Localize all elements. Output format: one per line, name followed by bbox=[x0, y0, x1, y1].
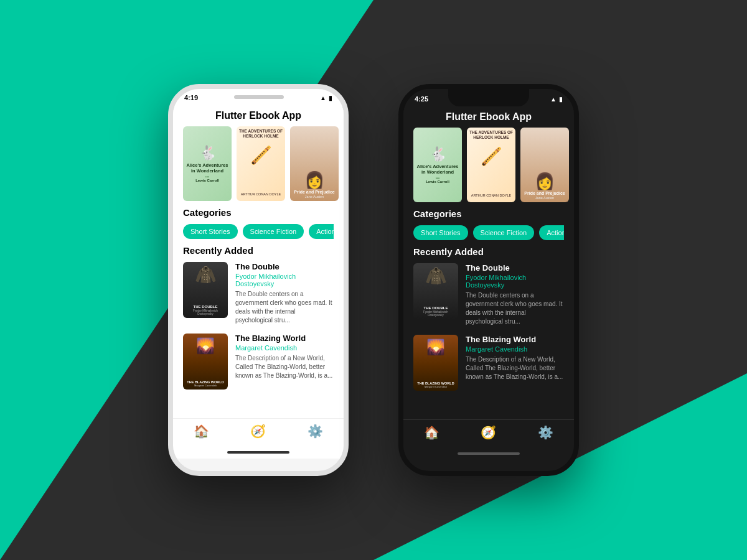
pipe-icon-light: 🪈 bbox=[250, 145, 272, 166]
status-icons-light: ▲ ▮ bbox=[320, 95, 332, 101]
wifi-icon-dark: ▲ bbox=[550, 96, 557, 103]
holmes-title-light: THE ADVENTURES OF HERLOCK HOLME bbox=[238, 129, 284, 139]
pride-title-dark: Pride and Prejudice bbox=[524, 191, 565, 196]
book-item-blazing-dark[interactable]: 🌄 THE BLAZING WORLD Margaret Cavendish T… bbox=[413, 335, 564, 391]
blazing-cover-author-dark: Margaret Cavendish bbox=[425, 385, 447, 388]
nav-explore-dark[interactable]: 🧭 bbox=[481, 425, 496, 440]
categories-list-light: Short Stories Science Fiction Action & A… bbox=[183, 224, 334, 239]
bottom-nav-dark: 🏠 🧭 ⚙️ bbox=[403, 419, 574, 447]
blazing-cover-title-dark: THE BLAZING WORLD bbox=[417, 381, 454, 385]
double-cover-author: Fyodor Mikhailovich Dostoyevsky bbox=[186, 309, 225, 315]
nav-settings-dark[interactable]: ⚙️ bbox=[538, 425, 553, 440]
blazing-author-light: Margaret Cavendish bbox=[235, 344, 334, 352]
blazing-title-dark: The Blazing World bbox=[466, 335, 564, 344]
categories-section-light: Categories Short Stories Science Fiction… bbox=[173, 207, 344, 245]
phone-content-light: Flutter Ebook App 🐇 Alice's Adventures i… bbox=[173, 104, 344, 459]
blazing-cover-author: Margaret Cavendish bbox=[194, 384, 217, 387]
book-card-pride-light[interactable]: 👩 Pride and Prejudice Jane Austen bbox=[290, 126, 339, 201]
book-item-double-dark[interactable]: 🧥 THE DOUBLE Fyodor Mikhailovich Dostoye… bbox=[413, 263, 564, 326]
top-pill bbox=[234, 95, 284, 99]
holmes-author-dark: ARTHUR CONAN DOYLE bbox=[471, 194, 511, 200]
book-thumb-blazing-light: 🌄 THE BLAZING WORLD Margaret Cavendish bbox=[183, 334, 228, 390]
pride-author-dark: Jane Austen bbox=[535, 196, 554, 200]
book-thumb-double-light: 🧥 THE DOUBLE Fyodor Mikhailovich Dostoye… bbox=[183, 262, 228, 318]
notch-dark bbox=[448, 89, 529, 106]
blazing-scene-icon-dark: 🌄 bbox=[426, 338, 445, 356]
double-cover-title: THE DOUBLE bbox=[194, 305, 218, 309]
nav-settings-light[interactable]: ⚙️ bbox=[308, 424, 323, 439]
battery-icon: ▮ bbox=[329, 95, 332, 101]
double-title-dark: The Double bbox=[466, 263, 564, 273]
recently-added-section-dark: Recently Added 🧥 THE DOUBLE Fyodor Mikha… bbox=[403, 246, 574, 406]
blazing-title-light: The Blazing World bbox=[235, 334, 334, 343]
home-indicator-bar-light bbox=[227, 451, 289, 454]
double-author-dark: Fyodor Mikhailovich Dostoyevsky bbox=[466, 274, 564, 289]
blazing-desc-light: The Description of a New World, Called T… bbox=[235, 354, 334, 380]
scroll-content-dark[interactable]: Categories Short Stories Science Fiction… bbox=[403, 208, 574, 419]
category-short-stories-dark[interactable]: Short Stories bbox=[413, 225, 468, 240]
book-card-alice-dark[interactable]: 🐇 Alice's Adventures in Wonderland ••• L… bbox=[413, 128, 462, 202]
time-light: 4:19 bbox=[184, 94, 198, 101]
categories-section-dark: Categories Short Stories Science Fiction… bbox=[403, 208, 574, 246]
double-cover-title-dark: THE DOUBLE bbox=[424, 306, 448, 310]
book-info-blazing-dark: The Blazing World Margaret Cavendish The… bbox=[466, 335, 564, 391]
pride-title-light: Pride and Prejudice bbox=[294, 190, 334, 195]
alice-title-light: Alice's Adventures in Wonderland bbox=[186, 162, 229, 174]
double-figure-icon-dark: 🧥 bbox=[425, 266, 447, 286]
categories-title-dark: Categories bbox=[413, 208, 564, 219]
book-info-double-light: The Double Fyodor Mikhailovich Dostoyevs… bbox=[235, 262, 334, 325]
home-indicator-dark bbox=[403, 447, 574, 460]
blazing-desc-dark: The Description of a New World, Called T… bbox=[466, 355, 564, 381]
scroll-content-light[interactable]: Categories Short Stories Science Fiction… bbox=[173, 207, 344, 418]
double-desc-light: The Double centers on a government clerk… bbox=[235, 290, 334, 325]
home-indicator-light bbox=[173, 446, 344, 459]
book-card-holmes-light[interactable]: THE ADVENTURES OF HERLOCK HOLME 🪈 ARTHUR… bbox=[237, 126, 285, 201]
double-figure-icon: 🧥 bbox=[195, 264, 217, 285]
bottom-nav-light: 🏠 🧭 ⚙️ bbox=[173, 418, 344, 446]
category-action-dark[interactable]: Action & Adventur... bbox=[539, 225, 564, 240]
book-item-blazing-light[interactable]: 🌄 THE BLAZING WORLD Margaret Cavendish T… bbox=[183, 334, 334, 390]
recently-added-section-light: Recently Added 🧥 THE DOUBLE Fyodor Mikha… bbox=[173, 245, 344, 404]
pride-figure-dark: 👩 bbox=[535, 172, 555, 191]
time-dark: 4:25 bbox=[415, 95, 428, 103]
recently-added-title-dark: Recently Added bbox=[413, 246, 564, 257]
double-title-light: The Double bbox=[235, 262, 334, 271]
category-short-stories-light[interactable]: Short Stories bbox=[183, 224, 238, 239]
holmes-author-light: ARTHUR CONAN DOYLE bbox=[241, 192, 281, 198]
book-info-blazing-light: The Blazing World Margaret Cavendish The… bbox=[235, 334, 334, 390]
category-scifi-light[interactable]: Science Fiction bbox=[243, 224, 304, 239]
status-icons-dark: ▲ ▮ bbox=[550, 96, 563, 103]
nav-home-dark[interactable]: 🏠 bbox=[424, 425, 439, 440]
pride-figure-light: 👩 bbox=[304, 170, 324, 190]
blazing-cover-title: THE BLAZING WORLD bbox=[187, 380, 223, 384]
pipe-icon-dark: 🪈 bbox=[481, 146, 502, 167]
pride-author-light: Jane Austen bbox=[305, 195, 324, 198]
phones-container: 4:19 ▲ ▮ Flutter Ebook App 🐇 Alice's Adv… bbox=[0, 0, 747, 560]
book-item-double-light[interactable]: 🧥 THE DOUBLE Fyodor Mikhailovich Dostoye… bbox=[183, 262, 334, 325]
book-thumb-blazing-dark: 🌄 THE BLAZING WORLD Margaret Cavendish bbox=[413, 335, 458, 391]
alice-rabbit-icon: 🐇 bbox=[199, 145, 216, 161]
book-card-holmes-dark[interactable]: THE ADVENTURES OF HERLOCK HOLME 🪈 ARTHUR… bbox=[467, 128, 515, 202]
category-scifi-dark[interactable]: Science Fiction bbox=[473, 225, 535, 240]
alice-author-dark: Lewis Carroll bbox=[426, 180, 449, 184]
status-bar-light: 4:19 ▲ ▮ bbox=[173, 89, 344, 104]
home-indicator-bar-dark bbox=[458, 452, 520, 455]
alice-author: Lewis Carroll bbox=[195, 179, 219, 182]
phone-content-dark: Flutter Ebook App 🐇 Alice's Adventures i… bbox=[403, 105, 574, 460]
alice-rabbit-icon-dark: 🐇 bbox=[430, 146, 446, 162]
book-card-pride-dark[interactable]: 👩 Pride and Prejudice Jane Austen bbox=[520, 128, 569, 202]
wifi-icon: ▲ bbox=[320, 95, 326, 101]
category-action-light[interactable]: Action & Adventur... bbox=[309, 224, 334, 239]
nav-home-light[interactable]: 🏠 bbox=[194, 424, 209, 439]
categories-title-light: Categories bbox=[183, 207, 334, 218]
book-card-alice-light[interactable]: 🐇 Alice's Adventures in Wonderland ••• L… bbox=[183, 126, 232, 201]
alice-title-dark: Alice's Adventures in Wonderland bbox=[416, 164, 459, 175]
nav-explore-light[interactable]: 🧭 bbox=[250, 424, 266, 439]
phone-dark: 4:25 ▲ ▮ Flutter Ebook App 🐇 Alice's Adv… bbox=[398, 84, 579, 476]
book-carousel-dark[interactable]: 🐇 Alice's Adventures in Wonderland ••• L… bbox=[403, 128, 574, 208]
double-author-light: Fyodor Mikhailovich Dostoyevsky bbox=[235, 273, 334, 287]
blazing-scene-icon: 🌄 bbox=[196, 337, 215, 355]
double-cover-author-dark: Fyodor Mikhailovich Dostoyevsky bbox=[416, 310, 456, 317]
book-carousel-light[interactable]: 🐇 Alice's Adventures in Wonderland ••• L… bbox=[173, 126, 344, 207]
book-info-double-dark: The Double Fyodor Mikhailovich Dostoyevs… bbox=[466, 263, 564, 326]
